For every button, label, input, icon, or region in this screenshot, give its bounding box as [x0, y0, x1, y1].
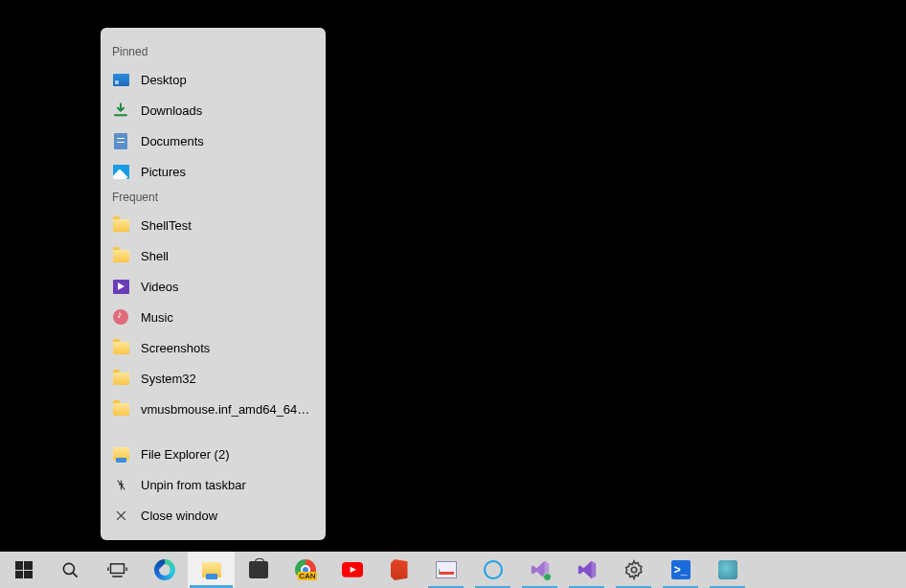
inspect-icon — [717, 559, 738, 580]
file-explorer-icon — [201, 559, 222, 580]
search-button[interactable] — [47, 552, 94, 588]
folder-icon — [112, 216, 129, 234]
office-icon — [389, 559, 410, 580]
jump-item-label: Shell — [141, 249, 169, 263]
jump-item-label: Pictures — [141, 165, 186, 179]
youtube-icon — [342, 559, 363, 580]
visual-studio-icon — [577, 559, 598, 580]
pinned-section-header: Pinned — [101, 41, 326, 64]
unpin-icon — [112, 476, 129, 493]
jump-item-label: Downloads — [141, 103, 202, 118]
close-icon — [112, 507, 129, 524]
desktop-icon — [112, 71, 129, 88]
svg-rect-1 — [111, 564, 125, 574]
taskbar-settings[interactable] — [610, 552, 657, 588]
taskbar-microsoft-store[interactable] — [235, 552, 282, 588]
task-view-button[interactable] — [94, 552, 141, 588]
search-icon — [60, 559, 81, 580]
windows-logo-icon — [13, 559, 34, 580]
frequent-item-vmusbmouse[interactable]: vmusbmouse.inf_amd64_64ac7a0a... — [101, 394, 326, 424]
folder-icon — [112, 339, 129, 356]
start-button[interactable] — [0, 552, 47, 588]
action-open-file-explorer[interactable]: File Explorer (2) — [101, 439, 326, 469]
chrome-canary-icon: CAN — [295, 559, 316, 580]
pinned-item-downloads[interactable]: Downloads — [101, 95, 326, 125]
cortana-icon — [483, 559, 504, 580]
frequent-item-music[interactable]: Music — [101, 302, 326, 332]
jump-item-label: vmusbmouse.inf_amd64_64ac7a0a... — [141, 402, 314, 417]
frequent-item-screenshots[interactable]: Screenshots — [101, 332, 326, 363]
jump-item-label: File Explorer (2) — [141, 447, 229, 462]
taskbar-visual-studio-preview[interactable] — [516, 552, 563, 588]
frequent-item-shell[interactable]: Shell — [101, 240, 326, 271]
pictures-icon — [112, 163, 129, 180]
jump-item-label: System32 — [141, 372, 196, 386]
taskbar-inspect[interactable] — [704, 552, 751, 588]
frequent-item-system32[interactable]: System32 — [101, 363, 326, 394]
frequent-item-videos[interactable]: Videos — [101, 271, 326, 302]
downloads-icon — [112, 102, 129, 119]
jump-item-label: ShellTest — [141, 218, 192, 233]
jump-item-label: Desktop — [141, 73, 187, 87]
taskbar-edge[interactable] — [141, 552, 188, 588]
documents-icon — [112, 132, 129, 149]
taskbar-chrome-canary[interactable]: CAN — [282, 552, 328, 588]
jump-item-label: Videos — [141, 280, 179, 294]
system-informer-icon — [436, 559, 457, 580]
pinned-item-desktop[interactable]: Desktop — [101, 64, 326, 95]
taskbar-youtube[interactable] — [328, 552, 375, 588]
visual-studio-preview-icon — [530, 559, 551, 580]
taskbar-cortana[interactable] — [469, 552, 516, 588]
taskbar: CAN >_ — [0, 552, 906, 588]
frequent-item-shelltest[interactable]: ShellTest — [101, 210, 326, 240]
pinned-item-pictures[interactable]: Pictures — [101, 156, 326, 187]
svg-point-0 — [63, 563, 74, 574]
action-unpin-from-taskbar[interactable]: Unpin from taskbar — [101, 469, 326, 500]
taskbar-visual-studio[interactable] — [563, 552, 610, 588]
taskbar-powershell[interactable]: >_ — [657, 552, 704, 588]
action-close-window[interactable]: Close window — [101, 500, 326, 531]
edge-icon — [154, 559, 175, 580]
jump-item-label: Close window — [141, 509, 217, 523]
jump-item-label: Unpin from taskbar — [141, 478, 246, 492]
music-icon — [112, 308, 129, 326]
svg-point-3 — [631, 567, 637, 573]
frequent-section-header: Frequent — [101, 187, 326, 210]
taskbar-office[interactable] — [375, 552, 422, 588]
jump-item-label: Documents — [141, 134, 204, 148]
file-explorer-icon — [112, 445, 129, 463]
jump-item-label: Screenshots — [141, 341, 210, 355]
file-explorer-jump-list: Pinned Desktop Downloads Documents Pictu… — [101, 28, 326, 540]
pinned-item-documents[interactable]: Documents — [101, 125, 326, 156]
powershell-icon: >_ — [670, 559, 691, 580]
taskbar-system-informer[interactable] — [422, 552, 469, 588]
taskbar-file-explorer[interactable] — [188, 552, 235, 588]
store-icon — [248, 559, 269, 580]
settings-icon — [623, 559, 645, 580]
task-view-icon — [107, 559, 128, 580]
videos-icon — [112, 278, 129, 295]
folder-icon — [112, 400, 129, 418]
folder-icon — [112, 247, 129, 264]
folder-icon — [112, 370, 129, 387]
jump-item-label: Music — [141, 310, 173, 325]
